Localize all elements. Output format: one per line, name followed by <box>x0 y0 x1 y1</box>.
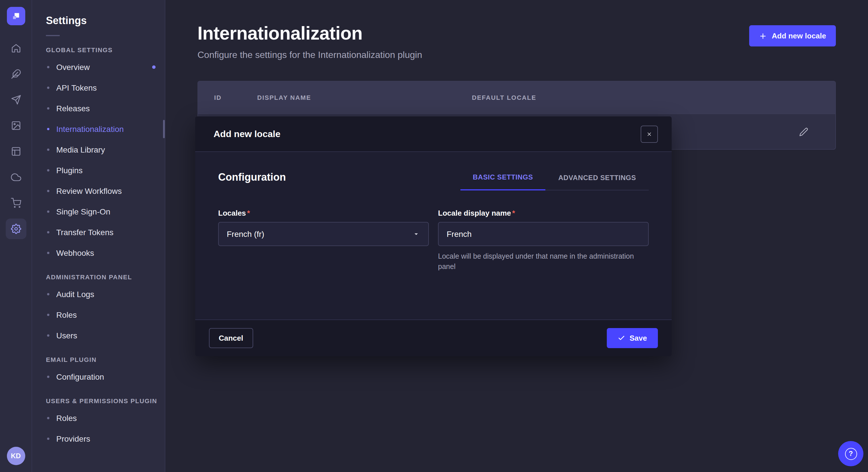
modal-body: Configuration BASIC SETTINGS ADVANCED SE… <box>195 152 672 319</box>
add-locale-modal: Add new locale Configuration BASIC SETTI… <box>195 116 672 356</box>
help-button[interactable]: ? <box>838 441 863 466</box>
save-button-label: Save <box>629 334 647 342</box>
close-icon <box>646 131 652 137</box>
tab-basic-settings[interactable]: BASIC SETTINGS <box>460 173 546 191</box>
required-asterisk: * <box>512 209 515 217</box>
check-icon <box>617 334 625 342</box>
app-root: KD Settings GLOBAL SETTINGS Overview API… <box>0 0 868 472</box>
modal-header: Add new locale <box>195 116 672 152</box>
locales-select[interactable]: French (fr) <box>218 222 429 246</box>
modal-footer: Cancel Save <box>195 319 672 356</box>
display-name-label: Locale display name* <box>438 209 649 217</box>
locales-select-value: French (fr) <box>227 229 265 239</box>
locales-label: Locales* <box>218 209 429 217</box>
save-button[interactable]: Save <box>607 328 658 348</box>
configuration-heading: Configuration <box>218 171 286 191</box>
locale-display-name-input[interactable] <box>438 222 649 246</box>
modal-title: Add new locale <box>214 129 280 139</box>
question-mark-icon: ? <box>845 448 857 460</box>
modal-close-button[interactable] <box>641 125 658 142</box>
settings-tabs: BASIC SETTINGS ADVANCED SETTINGS <box>460 173 649 191</box>
tab-advanced-settings[interactable]: ADVANCED SETTINGS <box>546 174 649 190</box>
display-name-hint: Locale will be displayed under that name… <box>438 252 649 272</box>
chevron-down-icon <box>412 230 420 238</box>
display-name-field: Locale display name* Locale will be disp… <box>438 209 649 272</box>
cancel-button[interactable]: Cancel <box>209 328 253 348</box>
required-asterisk: * <box>247 209 250 217</box>
locales-field: Locales* French (fr) <box>218 209 429 272</box>
